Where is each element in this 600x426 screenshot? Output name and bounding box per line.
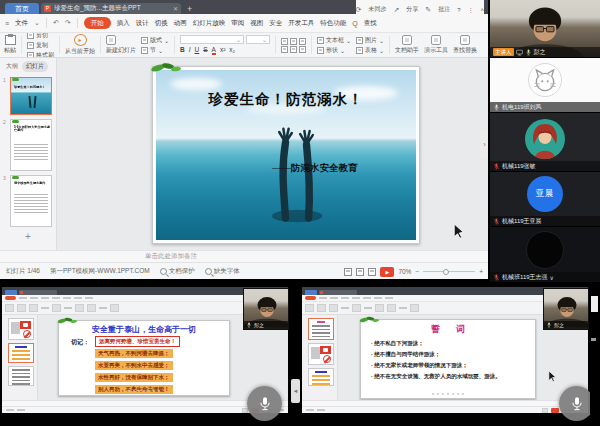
picture-button[interactable]: 图片⌄ [356,36,384,45]
mic-button[interactable] [247,386,282,421]
participant-video-presenter[interactable]: 主讲人 彭之 [490,0,600,57]
shared-screen-panel-right[interactable]: 誓词 · 绝不私自下河游泳； · 绝不擅自与同学结伴游泳； · 绝不无家长或老师… [300,285,590,426]
menu-item-review[interactable]: 审阅 [231,19,244,28]
table-button[interactable]: 表格⌄ [356,46,384,55]
shared-screen-panel-left[interactable]: 安全重于泰山，生命高于一切 切记： 远离野河野塘、珍惜宝贵生命！ 天气再热，不到… [0,285,290,426]
mini-thumb-safety-slide[interactable] [308,368,334,386]
slides-tab[interactable]: 幻灯片 [22,61,48,72]
tab-home[interactable]: 首页 [5,3,39,14]
cut-button[interactable]: 剪切 [27,33,54,40]
tab-document[interactable]: P 珍爱生命_预防...主题班会PPT ✕ [41,3,181,14]
line-spacing-icon[interactable] [299,46,306,53]
help-button[interactable]: ? [457,7,460,13]
present-tools-button[interactable]: 演示工具 [424,35,448,55]
slideshow-play-button[interactable]: ▶ [380,267,394,277]
copy-button[interactable]: 复制 [27,41,54,50]
align-center-icon[interactable] [290,46,297,53]
redo-icon[interactable]: ↷ [65,19,71,27]
participant-label: 机械班119王志强 ∨ [490,272,600,282]
menu-item-features[interactable]: 特色功能 [320,19,346,28]
doc-assistant-button[interactable]: 文档助手 [395,35,419,55]
close-tab-icon[interactable]: ✕ [173,5,178,12]
normal-view-icon[interactable] [344,268,352,276]
find-button[interactable]: 查找 [364,19,377,28]
section-button[interactable]: 节⌄ [141,46,169,55]
slide-thumbnail-2[interactable]: 5·6女团职院大学生溺水身亡事件 [10,119,52,171]
zoom-in-button[interactable]: + [479,268,483,275]
share-button[interactable]: 分享 [406,5,418,14]
numbered-list-icon[interactable] [290,38,297,45]
add-slide-button[interactable]: + [0,231,56,242]
slide-thumbnail-3[interactable]: 清华校园学生溺水事件 [10,175,52,227]
bullet-list-icon[interactable] [281,38,288,45]
menu-item-animation[interactable]: 动画 [174,19,187,28]
leaf-decoration [12,78,19,81]
mic-button[interactable] [559,386,590,421]
play-from-current-button[interactable]: ▸ 从当前开始 [65,35,95,55]
sync-status[interactable]: 未同步 [368,5,386,14]
slide-sorter-view-icon[interactable] [356,268,364,276]
participant-video-3[interactable]: 机械119张敏 [490,113,600,171]
participant-video-5[interactable]: 机械班119王志强 ∨ [490,227,600,282]
superscript-button[interactable]: x² [220,46,225,53]
align-left-icon[interactable] [281,46,288,53]
textbox-button[interactable]: 文本框⌄ [317,36,351,45]
menu-item-insert[interactable]: 插入 [117,19,130,28]
format-painter-button[interactable]: 格式刷 [27,51,54,59]
mini-thumb-text-slide[interactable] [8,366,34,386]
collapse-ribbon-button[interactable]: ˄ [480,7,484,13]
menu-item-devtools[interactable]: 开发工具 [288,19,314,28]
font-family-select[interactable]: ⌄ [180,35,244,44]
participant-video-2[interactable]: 机电119班刘风 [490,58,600,112]
presenter-camera-overlay[interactable]: 彭之 [543,288,589,330]
doc-protect-status[interactable]: 文档保护 [160,267,195,276]
zoom-out-button[interactable]: − [415,268,419,275]
menu-item-home[interactable]: 开始 [84,17,111,29]
new-slide-button[interactable]: 新建幻灯片 [106,35,136,55]
mini-thumb-sign-slide[interactable] [308,343,334,365]
file-menu[interactable]: 文件 [15,19,28,28]
safety-line: 水景再美，不到水中去感受； [95,361,173,370]
presenter-camera-overlay[interactable]: 彭之 [243,288,289,330]
more-button[interactable]: ⋮ [467,6,473,13]
slide-thumbnail-1[interactable]: 珍爱生命！防范溺水！ [10,77,52,115]
slide-title: 誓词 [361,323,535,336]
underline-button[interactable]: U [195,46,200,53]
indent-icon[interactable] [299,38,306,45]
divider [311,36,312,54]
zoom-slider[interactable] [423,271,475,272]
zoom-slider-knob[interactable] [443,269,449,275]
font-size-select[interactable]: ⌄ [246,35,270,44]
new-tab-button[interactable]: + [187,4,192,14]
menu-item-transition[interactable]: 切换 [155,19,168,28]
italic-button[interactable]: I [189,46,191,53]
bold-button[interactable]: B [180,46,185,53]
menu-item-view[interactable]: 视图 [250,19,263,28]
menu-item-slideshow[interactable]: 幻灯片放映 [193,19,226,28]
chevron-down-icon[interactable]: ∨ [550,274,554,281]
menu-item-design[interactable]: 设计 [136,19,149,28]
missing-fonts-status[interactable]: 缺失字体 [205,267,240,276]
find-replace-button[interactable]: 查找替换 [453,35,477,55]
participant-video-4[interactable]: 亚晨 机械119王亚晨 [490,172,600,226]
mini-thumb-current-slide[interactable] [8,343,34,363]
outline-tab[interactable]: 大纲 [6,62,18,71]
sync-icon: ⟳ [356,6,362,14]
slide-canvas[interactable]: 珍爱生命！防范溺水！ ——防溺水安全教育 [57,58,488,250]
undo-icon[interactable]: ↶ [53,19,59,27]
comment-button[interactable]: 批注 [438,5,450,14]
shape-button[interactable]: 形状⌄ [317,46,351,55]
mini-thumb-current-slide[interactable] [308,318,334,340]
slide-title: 安全重于泰山，生命高于一切 [59,324,229,335]
paste-button[interactable]: 粘贴 [4,35,16,55]
notes-bar[interactable]: 单击此处添加备注 [0,250,488,262]
subscript-button[interactable]: x₂ [229,46,235,53]
font-color-button[interactable]: A [212,46,216,55]
reading-view-icon[interactable] [368,268,376,276]
strikethrough-button[interactable]: S [203,46,207,53]
panel-collapse-handle[interactable]: ◂ [291,379,300,403]
current-slide[interactable]: 珍爱生命！防范溺水！ ——防溺水安全教育 [152,66,420,244]
menu-item-security[interactable]: 安全 [269,19,282,28]
mini-thumb-sign-slide[interactable] [8,318,34,340]
layout-button[interactable]: 版式⌄ [141,36,169,45]
